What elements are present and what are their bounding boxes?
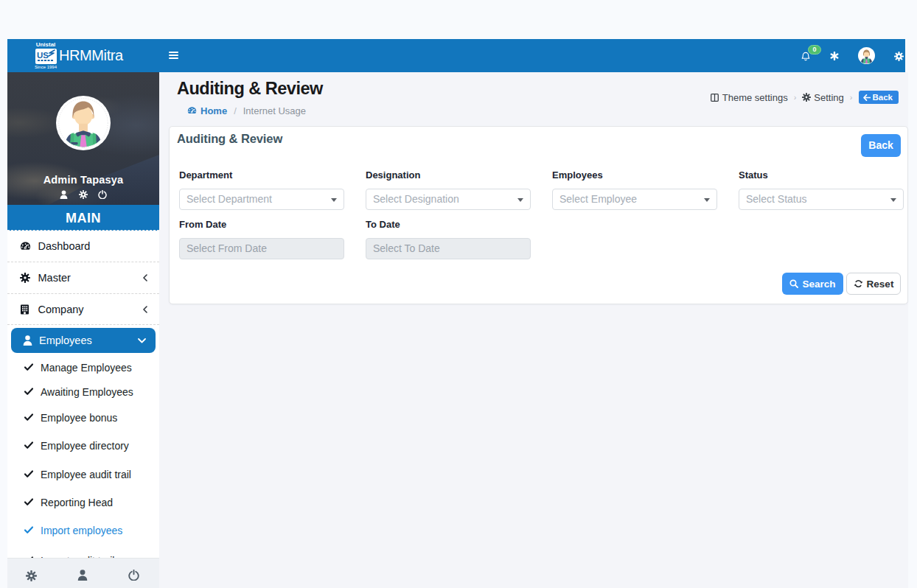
svg-text:US: US bbox=[37, 51, 49, 60]
